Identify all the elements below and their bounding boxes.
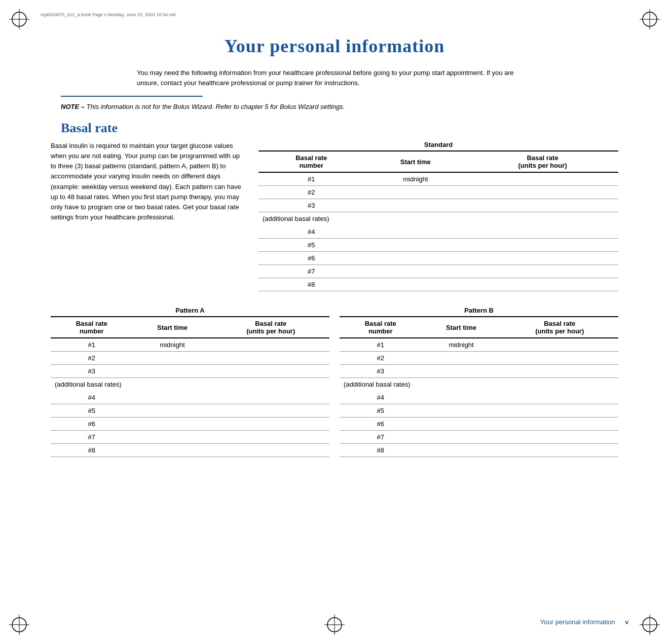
table-row: #4	[340, 391, 618, 404]
table-row: #2	[51, 352, 329, 365]
pattern-tables-area: Pattern A Basal ratenumber Start time Ba…	[30, 307, 639, 457]
page-title: Your personal information	[30, 35, 639, 57]
basal-rate-description: Basal insulin is required to maintain yo…	[51, 141, 243, 291]
pattern-a-section: Pattern A Basal ratenumber Start time Ba…	[51, 307, 329, 457]
pa-col-header-start: Start time	[132, 317, 212, 338]
standard-table-label: Standard	[258, 141, 618, 148]
pattern-b-section: Pattern B Basal ratenumber Start time Ba…	[340, 307, 618, 457]
pb-col-header-num: Basal ratenumber	[340, 317, 421, 338]
standard-col-header-rate: Basal rate(units per hour)	[467, 151, 618, 172]
divider	[61, 96, 203, 97]
additional-row-label: (additional basal rates)	[258, 212, 618, 225]
table-row: #3	[340, 365, 618, 378]
table-row: #3	[258, 199, 618, 212]
pattern-b-label: Pattern B	[340, 307, 618, 314]
table-row: #4	[258, 225, 618, 239]
table-row: #7	[340, 431, 618, 444]
table-row: #1midnight	[340, 338, 618, 352]
note-label: NOTE –	[61, 103, 85, 110]
table-row: #5	[258, 239, 618, 252]
corner-mark-bc	[324, 615, 345, 635]
corner-mark-tr	[640, 9, 660, 29]
additional-row-label: (additional basal rates)	[51, 378, 329, 391]
table-row: #3	[51, 365, 329, 378]
table-row: #1midnight	[51, 338, 329, 352]
table-row: #4	[51, 391, 329, 404]
additional-row-label: (additional basal rates)	[340, 378, 618, 391]
pattern-b-table: Basal ratenumber Start time Basal rate(u…	[340, 316, 618, 457]
footer-text: Your personal information	[540, 618, 615, 626]
corner-mark-tl	[9, 9, 29, 29]
table-row: #1midnight	[258, 172, 618, 186]
page-footer: Your personal information v	[540, 618, 628, 626]
section-title-basal-rate: Basal rate	[30, 121, 639, 136]
standard-table: Basal ratenumber Start time Basal rate(u…	[258, 150, 618, 291]
table-row: #8	[51, 444, 329, 457]
table-row: #5	[51, 404, 329, 418]
table-row: #2	[340, 352, 618, 365]
intro-text: You may need the following information f…	[106, 68, 563, 88]
pb-col-header-rate: Basal rate(units per hour)	[501, 317, 618, 338]
table-row: #5	[340, 404, 618, 418]
table-row: #2	[258, 186, 618, 199]
pattern-a-label: Pattern A	[51, 307, 329, 314]
standard-col-header-num: Basal ratenumber	[258, 151, 364, 172]
pattern-a-table: Basal ratenumber Start time Basal rate(u…	[51, 316, 329, 457]
table-row: #6	[51, 418, 329, 431]
corner-mark-bl	[9, 615, 29, 635]
table-row: #7	[258, 265, 618, 278]
table-row: #6	[258, 252, 618, 265]
note-box: NOTE – This information is not for the B…	[61, 103, 608, 110]
footer-page-number: v	[625, 618, 629, 626]
table-row: #7	[51, 431, 329, 444]
pa-col-header-rate: Basal rate(units per hour)	[212, 317, 329, 338]
table-row: #8	[340, 444, 618, 457]
standard-col-header-start: Start time	[364, 151, 467, 172]
pa-col-header-num: Basal ratenumber	[51, 317, 132, 338]
pb-col-header-start: Start time	[421, 317, 501, 338]
file-meta: mp6024875_012_a.book Page v Monday, June…	[41, 12, 176, 17]
note-body: This information is not for the Bolus Wi…	[85, 103, 345, 110]
corner-mark-br	[640, 615, 660, 635]
standard-table-section: Standard Basal ratenumber Start time Bas…	[258, 141, 618, 291]
table-row: #6	[340, 418, 618, 431]
table-row: #8	[258, 278, 618, 291]
main-content-area: Basal insulin is required to maintain yo…	[30, 141, 639, 291]
